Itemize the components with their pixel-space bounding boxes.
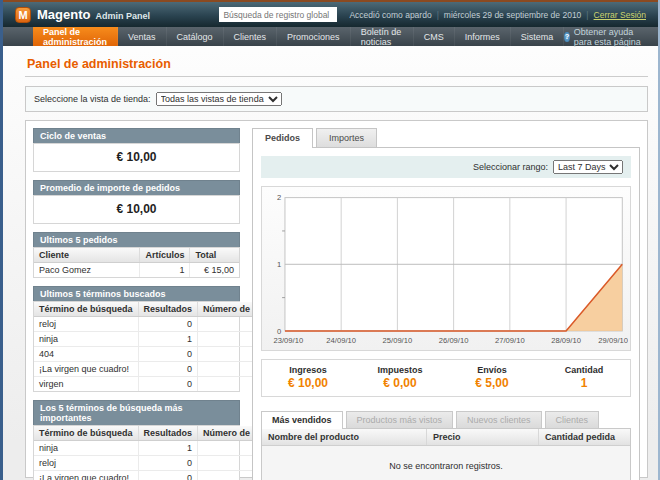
svg-text:26/09/10: 26/09/10 [439, 336, 469, 345]
nav-item-customers[interactable]: Clientes [224, 27, 278, 46]
total-revenue: Ingresos € 10,00 [262, 365, 354, 390]
table-row[interactable]: reloj 0 2 [34, 456, 279, 471]
col-header: Término de búsqueda [34, 302, 138, 317]
range-select[interactable]: Last 7 Days [553, 160, 623, 174]
title-divider [25, 76, 648, 77]
search-term: ¡La virgen que cuadro! [34, 471, 138, 480]
store-view-switcher: Seleccione la vista de tienda: Todas las… [25, 86, 648, 112]
help-label: Obtener ayuda para esta página [574, 27, 646, 47]
search-results: 1 [138, 332, 198, 347]
dashboard-left-column: Ciclo de ventas € 10,00 Promedio de impo… [33, 128, 240, 470]
nav-item-catalog[interactable]: Catálogo [167, 27, 224, 46]
col-header: Total [190, 248, 239, 263]
store-view-select[interactable]: Todas las vistas de tienda [156, 92, 282, 106]
top-search-terms-title: Los 5 términos de búsqueda más important… [33, 400, 240, 425]
top-header-bar: M Magento Admin Panel Accedió como apard… [3, 0, 658, 27]
empty-records-message: No se encontraron registros. [262, 446, 630, 480]
search-results: 0 [138, 347, 198, 362]
svg-text:2: 2 [277, 193, 281, 202]
search-term: reloj [34, 317, 138, 332]
search-results: 1 [138, 441, 198, 456]
global-search-input[interactable] [219, 7, 337, 22]
col-header: Resultados [138, 302, 198, 317]
separator: | [586, 10, 588, 20]
svg-text:27/09/10: 27/09/10 [495, 336, 525, 345]
svg-text:25/09/10: 25/09/10 [383, 336, 413, 345]
search-term: ninja [34, 332, 138, 347]
search-term: ¡La virgen que cuadro! [34, 362, 138, 377]
table-row[interactable]: Paco Gomez 1 € 15,00 [34, 263, 239, 278]
svg-text:24/09/10: 24/09/10 [326, 336, 356, 345]
table-row[interactable]: ninja 1 10 [34, 441, 279, 456]
nav-item-dashboard[interactable]: Panel de administración [33, 27, 118, 46]
nav-item-promotions[interactable]: Promociones [277, 27, 351, 46]
get-help-link[interactable]: ? Obtener ayuda para esta página [564, 27, 658, 46]
table-row[interactable]: ¡La virgen que cuadro! 0 2 [34, 471, 279, 480]
nav-item-sales[interactable]: Ventas [118, 27, 167, 46]
logo-title: Magento [37, 7, 90, 22]
total-value: € 0,00 [354, 376, 446, 390]
table-row[interactable]: ¡La virgen que cuadro! 0 2 [34, 362, 279, 377]
search-term: 404 [34, 347, 138, 362]
last-orders-table: Cliente Artículos Total Paco Gomez 1 € 1… [34, 248, 239, 277]
col-header-price: Precio [426, 429, 538, 445]
total-label: Impuestos [354, 365, 446, 375]
order-total: € 15,00 [190, 263, 239, 278]
svg-text:0: 0 [277, 327, 281, 336]
logout-link[interactable]: Cerrar Sesión [594, 10, 646, 20]
search-results: 0 [138, 377, 198, 392]
col-header: Resultados [138, 426, 198, 441]
average-orders-value: € 10,00 [34, 196, 239, 223]
table-row[interactable]: ninja 1 10 [34, 332, 279, 347]
separator: | [437, 10, 439, 20]
range-selector-bar: Seleccionar rango: Last 7 Days [261, 156, 631, 178]
dashboard-right-column: Pedidos Importes Seleccionar rango: Last… [252, 128, 640, 470]
lifetime-sales-box: Ciclo de ventas € 10,00 [33, 128, 240, 172]
svg-text:1: 1 [277, 260, 281, 269]
lifetime-sales-value: € 10,00 [34, 144, 239, 171]
svg-text:23/09/10: 23/09/10 [274, 336, 304, 345]
nav-item-newsletter[interactable]: Boletín de noticias [351, 27, 414, 46]
orders-panel: Seleccionar rango: Last 7 Days 01223/09/… [252, 147, 640, 480]
tab-new-customers[interactable]: Nuevos clientes [456, 411, 542, 428]
main-navigation: Panel de administración Ventas Catálogo … [3, 27, 658, 46]
col-header: Cliente [34, 248, 140, 263]
orders-area-chart: 01223/09/1024/09/1025/09/1026/09/1027/09… [264, 190, 628, 350]
total-label: Ingresos [262, 365, 354, 375]
last-orders-box: Ultimos 5 pedidos Cliente Artículos Tota… [33, 232, 240, 278]
page-title: Panel de administración [27, 57, 648, 71]
last-search-terms-title: Ultimos 5 términos buscados [33, 286, 240, 301]
svg-text:29/09/10: 29/09/10 [598, 336, 628, 345]
average-orders-title: Promedio de importe de pedidos [33, 180, 240, 195]
table-row[interactable]: virgen 0 1 [34, 377, 279, 392]
bestsellers-table: Nombre del producto Precio Cantidad pedi… [261, 428, 631, 480]
magento-logo-icon: M [15, 7, 31, 23]
col-header-qty: Cantidad pedida [538, 429, 630, 445]
nav-item-system[interactable]: Sistema [511, 27, 565, 46]
tab-bestsellers[interactable]: Más vendidos [261, 411, 343, 429]
search-results: 0 [138, 362, 198, 377]
table-row[interactable]: reloj 0 2 [34, 317, 279, 332]
totals-bar: Ingresos € 10,00 Impuestos € 0,00 Envíos… [261, 359, 631, 397]
range-label: Seleccionar rango: [473, 162, 548, 172]
dashboard-container: Ciclo de ventas € 10,00 Promedio de impo… [25, 120, 648, 478]
nav-item-cms[interactable]: CMS [414, 27, 455, 46]
col-header: Artículos [140, 248, 190, 263]
svg-text:28/09/10: 28/09/10 [551, 336, 581, 345]
diagram-tabs: Pedidos Importes [252, 128, 640, 147]
top-search-terms-table: Término de búsqueda Resultados Número de… [34, 426, 279, 480]
total-label: Envíos [446, 365, 538, 375]
tab-customers[interactable]: Clientes [545, 411, 600, 428]
average-orders-box: Promedio de importe de pedidos € 10,00 [33, 180, 240, 224]
logged-in-as-text: Accedió como apardo [349, 10, 431, 20]
tab-amounts[interactable]: Importes [316, 128, 377, 147]
nav-item-reports[interactable]: Informes [455, 27, 511, 46]
search-term: ninja [34, 441, 138, 456]
tab-most-viewed[interactable]: Productos más vistos [346, 411, 454, 428]
bestsellers-table-header: Nombre del producto Precio Cantidad pedi… [262, 429, 630, 446]
search-results: 0 [138, 317, 198, 332]
tab-orders[interactable]: Pedidos [252, 128, 313, 148]
help-globe-icon: ? [564, 32, 570, 42]
table-row[interactable]: 404 0 1 [34, 347, 279, 362]
col-header-product: Nombre del producto [262, 429, 426, 445]
